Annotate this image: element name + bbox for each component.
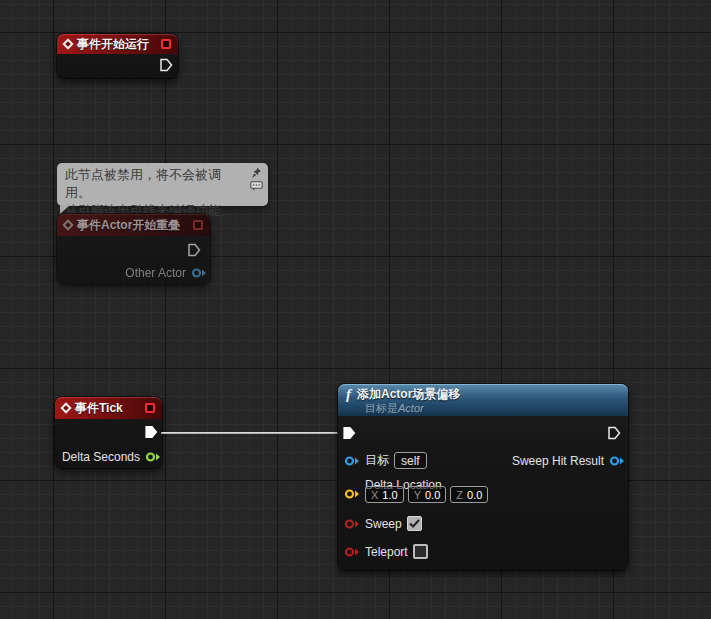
exec-output-pin[interactable] (159, 58, 173, 72)
delta-seconds-output-pin[interactable] (145, 451, 161, 463)
bubble-line-1: 此节点被禁用，将不会被调用。 (65, 166, 242, 202)
node-event-actorbeginoverlap-disabled[interactable]: 事件Actor开始重叠 Other Actor (57, 214, 210, 284)
event-debug-square-icon (193, 220, 203, 230)
event-diamond-icon (62, 38, 73, 49)
exec-output-pin[interactable] (187, 243, 201, 257)
event-diamond-icon (62, 219, 73, 230)
node-title: 事件Tick (75, 400, 123, 417)
other-actor-pin-label: Other Actor (125, 266, 186, 280)
delta-seconds-pin-label: Delta Seconds (62, 450, 140, 464)
target-input-pin[interactable] (344, 455, 360, 467)
node-event-beginplay[interactable]: 事件开始运行 (57, 34, 178, 78)
event-debug-square-icon (145, 403, 155, 413)
disabled-node-bubble: 此节点被禁用，将不会被调用。 从引脚连出引线来编译功能。 (57, 163, 268, 206)
event-debug-square-icon (161, 39, 171, 49)
delta-location-input-pin[interactable] (344, 488, 360, 500)
exec-input-pin-connected[interactable] (342, 426, 356, 440)
function-icon: f (346, 388, 351, 401)
bubble-tail (60, 205, 70, 214)
sweep-checkbox-checked[interactable] (407, 516, 422, 531)
node-event-tick[interactable]: 事件Tick Delta Seconds (55, 397, 162, 468)
delta-z-field[interactable]: Z0.0 (450, 486, 488, 503)
node-title: 添加Actor场景偏移 (357, 386, 460, 403)
node-title: 事件开始运行 (77, 36, 149, 53)
sweep-hit-result-output-pin[interactable] (609, 455, 625, 467)
exec-output-pin-connected[interactable] (144, 425, 158, 439)
target-pin-label: 目标 (365, 452, 389, 469)
node-header[interactable]: 事件Actor开始重叠 (57, 214, 210, 236)
node-header[interactable]: 事件Tick (55, 397, 162, 419)
target-self-value[interactable]: self (394, 452, 427, 469)
delta-y-field[interactable]: Y0.0 (408, 486, 447, 503)
exec-output-pin[interactable] (607, 426, 621, 440)
pushpin-icon[interactable] (251, 167, 262, 179)
exec-wire[interactable] (161, 432, 345, 434)
blueprint-graph-canvas[interactable]: 事件开始运行 此节点被禁用，将不会被调用。 从引脚连出引线来编译功能。 (0, 0, 711, 619)
node-add-actor-world-offset[interactable]: f 添加Actor场景偏移 目标是Actor 目标 (338, 384, 628, 570)
sweep-label: Sweep (365, 517, 402, 531)
sweep-hit-result-label: Sweep Hit Result (512, 454, 604, 468)
teleport-label: Teleport (365, 545, 408, 559)
teleport-input-pin[interactable] (344, 546, 360, 558)
checkmark-icon (409, 519, 420, 528)
node-event-beginplay-header[interactable]: 事件开始运行 (57, 34, 178, 54)
delta-x-field[interactable]: X1.0 (365, 486, 404, 503)
node-subtitle: 目标是Actor (365, 403, 424, 414)
sweep-input-pin[interactable] (344, 518, 360, 530)
event-diamond-icon (60, 402, 71, 413)
other-actor-output-pin[interactable] (191, 267, 207, 279)
teleport-checkbox-unchecked[interactable] (413, 544, 428, 559)
node-header[interactable]: f 添加Actor场景偏移 目标是Actor (338, 384, 628, 416)
comment-bubble-icon[interactable] (250, 181, 263, 191)
node-title: 事件Actor开始重叠 (77, 217, 180, 234)
